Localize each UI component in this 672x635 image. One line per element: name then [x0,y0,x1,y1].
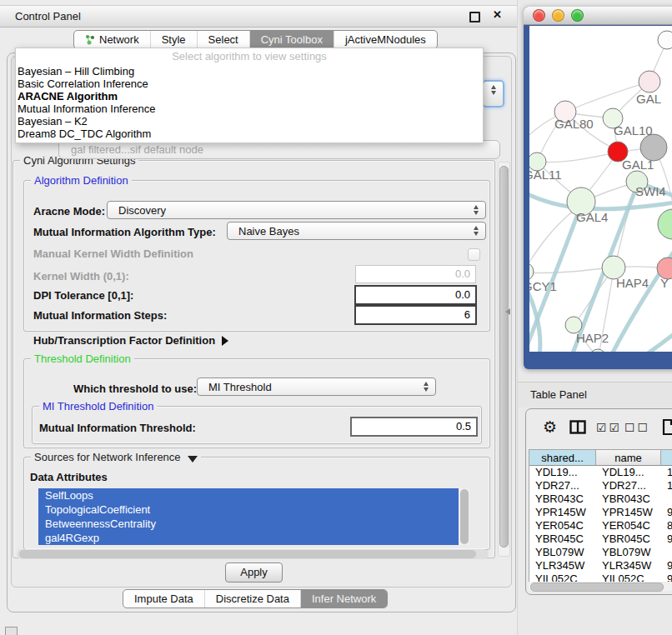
group-title: Algorithm Definition [31,174,132,187]
manual-kernel-width-checkbox[interactable] [468,248,480,261]
table-row[interactable]: YLR345WYLR345W9. [529,559,672,572]
tab-label: jActiveMNodules [345,32,426,47]
algorithm-option[interactable]: Basic Correlation Inference [16,78,483,90]
tab-network[interactable]: Network [74,31,150,48]
network-canvas[interactable]: GALGAL80GAL10GAL1GAL11SWI4GAL4GCY1HAP4YH… [529,26,672,352]
mi-threshold-field[interactable]: 0.5 [350,417,478,437]
dropdown-placeholder: Select algorithm to view settings [16,48,483,65]
mi-steps-field[interactable]: 6 [354,305,477,325]
tab-style[interactable]: Style [150,31,197,48]
gear-icon[interactable]: ⚙ [543,419,557,435]
table-row[interactable]: YBR043CYBR043C [529,492,672,506]
network-edge[interactable] [609,236,672,352]
network-node[interactable] [529,262,534,281]
algorithm-option[interactable]: Bayesian – Hill Climbing [16,65,483,78]
dpi-tolerance-field[interactable]: 0.0 [354,285,477,305]
attribute-list-scrollbar[interactable] [459,488,469,545]
table-row[interactable]: YPR145WYPR145W9. [529,506,672,519]
expand-arrow-icon [222,336,228,346]
tab-discretize-data[interactable]: Discretize Data [204,590,300,608]
attribute-item[interactable]: SelfLoops [38,488,459,502]
group-title: Threshold Definition [31,352,134,365]
tab-impute-data[interactable]: Impute Data [123,590,204,608]
table-cell: YBL079W [596,546,661,559]
table-cell: YBR043C [596,492,661,506]
table-cell: YPR145W [596,506,661,519]
which-threshold-combobox[interactable]: MI Threshold [197,378,436,396]
mi-algorithm-type-combobox[interactable]: Naive Bayes [227,222,486,240]
select-columns-icon[interactable]: ☑☑ [596,421,622,434]
tab-label: Impute Data [134,592,193,606]
algorithm-option[interactable]: Bayesian – K2 [16,115,483,128]
apply-button[interactable]: Apply [225,562,283,582]
sources-toggle[interactable]: Sources for Network Inference [31,451,201,463]
tab-cyni-toolbox[interactable]: Cyni Toolbox [249,31,333,48]
hub-definition-toggle[interactable]: Hub/Transcription Factor Definition [33,334,228,347]
column-header[interactable]: A [661,450,672,466]
control-panel-titlebar: Control Panel ✕ [0,5,517,28]
table-row[interactable]: YIL052CYIL052C9 [529,572,672,582]
cyni-bottom-tabs: Impute Data Discretize Data Infer Networ… [123,589,388,608]
algorithm-option[interactable]: Dream8 DC_TDC Algorithm [16,128,483,140]
attribute-item[interactable]: gal4RGexp [38,531,459,545]
table-row[interactable]: YBL079WYBL079W [529,546,672,559]
network-node-label: GAL4 [576,210,608,224]
network-node[interactable] [640,134,667,161]
table-row[interactable]: YBR045CYBR045C9. [529,532,672,546]
settings-horizontal-scrollbar[interactable] [17,549,489,559]
network-edge[interactable] [538,152,616,162]
attribute-item[interactable]: BetweennessCentrality [38,517,459,531]
table-horizontal-scrollbar[interactable] [529,582,672,591]
table-row[interactable]: YER054CYER054C8. [529,519,672,532]
deselect-columns-icon[interactable]: ☐☐ [624,421,650,434]
table-row[interactable]: YDR27...YDR27...12 [529,479,672,492]
tab-label: Network [99,32,139,47]
aracne-mode-combobox[interactable]: Discovery [107,201,486,219]
minimize-traffic-light-icon[interactable] [552,9,564,22]
split-pane-collapse-icon[interactable] [505,308,510,315]
network-node[interactable] [658,31,672,49]
algorithm-option[interactable]: Mutual Information Inference [16,102,483,115]
tab-infer-network[interactable]: Infer Network [300,590,387,608]
tab-jactivemnodules[interactable]: jActiveMNodules [333,31,437,48]
network-node[interactable] [639,71,660,92]
file-icon[interactable] [662,418,672,436]
panel-grip-icon[interactable] [5,627,18,635]
tab-label: Style [162,32,186,47]
network-edge[interactable] [529,208,578,272]
table-cell: YPR145W [529,506,596,519]
tab-select[interactable]: Select [197,31,249,48]
network-node[interactable] [658,209,672,239]
zoom-traffic-light-icon[interactable] [571,9,584,22]
split-columns-icon[interactable] [569,420,586,434]
network-node-label: GAL10 [614,123,653,138]
mi-algorithm-type-label: Mutual Information Algorithm Type: [33,226,216,238]
control-panel-tabs: Network Style Select Cyni Toolbox jActiv… [73,30,438,49]
network-node-label: GAL11 [529,168,562,182]
attribute-item[interactable]: TopologicalCoefficient [38,502,459,517]
table-cell: YDR27... [529,479,596,492]
network-edge[interactable] [529,268,612,273]
float-window-icon[interactable] [469,12,480,22]
table-cell: YLR345W [529,559,596,572]
close-icon[interactable]: ✕ [493,8,502,21]
network-node-label: HAP4 [616,276,649,290]
kernel-width-label: Kernel Width (0,1): [33,270,129,282]
network-node-label: SWI4 [635,184,666,198]
kernel-width-field[interactable]: 0.0 [355,265,476,283]
mi-steps-label: Mutual Information Steps: [33,309,167,322]
table-cell: 9. [661,532,672,546]
table-row[interactable]: YDL19...YDL19...13 [529,466,672,479]
data-attributes-label: Data Attributes [30,471,108,483]
close-traffic-light-icon[interactable] [533,9,545,22]
mi-threshold-label: Mutual Information Threshold: [39,422,196,434]
table-cell: 12 [661,479,672,492]
table-cell: 9. [661,559,672,572]
algorithm-option[interactable]: ARACNE Algorithm [16,90,483,102]
settings-vertical-scrollbar[interactable] [498,162,510,557]
mi-algorithm-type-value: Naive Bayes [238,225,299,238]
column-header[interactable]: shared... [529,450,596,466]
column-header[interactable]: name [596,450,661,466]
table-cell: YLR345W [596,559,661,572]
algorithm-combobox-fragment[interactable] [482,80,504,108]
